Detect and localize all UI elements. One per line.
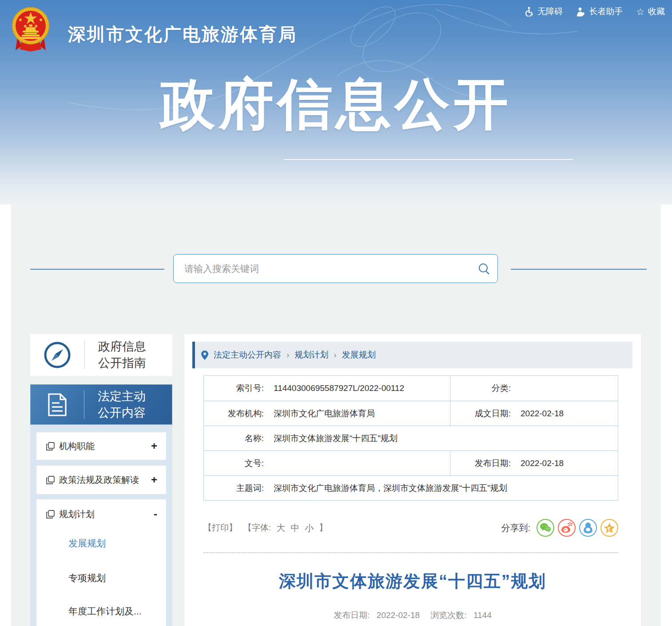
- gov-info-disclosure-page: { "header": { "site_name": "深圳市文化广电旅游体育局…: [0, 0, 672, 626]
- menu-item-label: 机构职能: [59, 440, 151, 452]
- category-label: 分类:: [450, 383, 511, 394]
- publish-date-label: 发布日期:: [450, 458, 511, 469]
- menu-item-label: 规划计划: [59, 508, 154, 520]
- breadcrumb-item-development-plan[interactable]: 发展规划: [342, 349, 376, 361]
- article-meta: 发布日期: 2022-02-18 浏览次数: 1144: [184, 610, 641, 621]
- written-date-value: 2022-02-18: [521, 409, 564, 419]
- table-row: 名称: 深圳市文体旅游发展“十四五”规划: [204, 426, 618, 451]
- publish-date-meta-value: 2022-02-18: [377, 610, 420, 620]
- active-card-line2: 公开内容: [98, 406, 146, 419]
- search-button[interactable]: [471, 255, 497, 283]
- index-number-label: 索引号:: [204, 383, 264, 394]
- banner-title: 政府信息公开: [0, 72, 672, 136]
- doc-name-label: 名称:: [204, 433, 264, 444]
- elder-helper-link[interactable]: 长者助手: [576, 6, 623, 17]
- expand-plus-icon[interactable]: +: [151, 440, 157, 452]
- submenu-item-development-plan[interactable]: 发展规划: [68, 537, 106, 550]
- menu-item-agency-functions[interactable]: 机构职能 +: [36, 432, 166, 460]
- banner-divider: [284, 159, 573, 160]
- font-size-prefix: 【字体:: [243, 522, 271, 534]
- font-size-large[interactable]: 大: [276, 522, 285, 534]
- site-name: 深圳市文化广电旅游体育局: [68, 22, 297, 47]
- table-row: 文号: 发布日期: 2022-02-18: [204, 451, 618, 475]
- share-qq-button[interactable]: [579, 519, 597, 537]
- menu-item-planning: 规划计划 - 发展规划 专项规划 年度工作计划及...: [36, 499, 166, 626]
- favorite-label: 收藏: [648, 6, 665, 17]
- accessibility-label: 无障碍: [537, 6, 563, 17]
- doc-name-value: 深圳市文体旅游发展“十四五”规划: [274, 433, 398, 444]
- quick-links: 无障碍 长者助手 ☆ 收藏: [525, 6, 665, 17]
- font-size-small[interactable]: 小: [305, 522, 314, 534]
- doc-number-label: 文号:: [204, 458, 264, 469]
- publish-date-meta-label: 发布日期:: [334, 610, 370, 620]
- guide-card-line2: 公开指南: [98, 356, 146, 370]
- national-emblem-logo: [11, 6, 50, 52]
- share-wechat-button[interactable]: [537, 519, 554, 537]
- card-divider: [84, 391, 84, 419]
- sidebar-active-card[interactable]: 法定主动 公开内容: [30, 384, 172, 425]
- breadcrumb-separator: ›: [334, 350, 336, 360]
- pages-icon: [46, 442, 55, 451]
- banner: 深圳市文化广电旅游体育局 无障碍 长者助手 ☆ 收藏 政府信息公开: [0, 0, 672, 204]
- views-value: 1144: [473, 610, 492, 620]
- menu-item-planning-row[interactable]: 规划计划 -: [36, 499, 166, 529]
- table-row: 发布机构: 深圳市文化广电旅游体育局 成文日期: 2022-02-18: [204, 401, 618, 426]
- search-decorative-line-right: [511, 269, 647, 270]
- submenu-item-special-plan[interactable]: 专项规划: [68, 572, 106, 584]
- collapse-minus-icon[interactable]: -: [154, 508, 157, 520]
- guide-card-label: 政府信息 公开指南: [98, 339, 146, 371]
- share-label: 分享到:: [501, 522, 530, 534]
- location-pin-icon: [201, 351, 208, 360]
- search-box: [173, 254, 498, 283]
- guide-card-line1: 政府信息: [98, 340, 146, 353]
- active-card-label: 法定主动 公开内容: [98, 388, 146, 421]
- document-icon: [46, 392, 68, 417]
- views-label: 浏览次数:: [430, 610, 466, 620]
- font-size-controls: 【字体: 大 中 小 】: [243, 522, 327, 534]
- dotted-divider: [203, 552, 618, 553]
- keywords-label: 主题词:: [204, 482, 264, 494]
- share-qzone-button[interactable]: [600, 519, 618, 537]
- written-date-label: 成文日期:: [450, 408, 511, 419]
- active-card-line1: 法定主动: [98, 390, 146, 403]
- weibo-icon: [561, 522, 573, 533]
- font-size-suffix: 】: [319, 522, 327, 534]
- article-title: 深圳市文体旅游发展“十四五”规划: [184, 570, 641, 593]
- menu-item-policies[interactable]: 政策法规及政策解读 +: [36, 466, 166, 494]
- accessibility-link[interactable]: 无障碍: [525, 6, 563, 17]
- expand-plus-icon[interactable]: +: [151, 474, 157, 486]
- print-button[interactable]: 【打印】: [203, 522, 237, 534]
- sidebar-guide-card[interactable]: 政府信息 公开指南: [30, 334, 172, 376]
- breadcrumb: 法定主动公开内容 › 规划计划 › 发展规划: [192, 342, 632, 368]
- publisher-label: 发布机构:: [204, 408, 264, 419]
- font-size-medium[interactable]: 中: [290, 522, 299, 534]
- pages-icon: [46, 510, 55, 518]
- star-icon: ☆: [636, 7, 644, 16]
- article-toolbar: 【打印】 【字体: 大 中 小 】 分享到:: [203, 518, 618, 538]
- qq-penguin-icon: [583, 522, 593, 534]
- breadcrumb-item-legal-disclosure[interactable]: 法定主动公开内容: [214, 349, 281, 361]
- table-row: 主题词: 深圳市文化广电旅游体育局，深圳市文体旅游发展“十四五”规划: [204, 475, 618, 500]
- breadcrumb-item-planning[interactable]: 规划计划: [294, 349, 328, 361]
- search-input[interactable]: [174, 263, 471, 274]
- submenu-item-annual-work-plan[interactable]: 年度工作计划及...: [68, 605, 142, 618]
- favorite-link[interactable]: ☆ 收藏: [636, 6, 665, 17]
- wheelchair-icon: [525, 7, 534, 16]
- keywords-value: 深圳市文化广电旅游体育局，深圳市文体旅游发展“十四五”规划: [274, 482, 507, 494]
- compass-icon: [44, 341, 71, 369]
- publish-date-value: 2022-02-18: [521, 459, 564, 468]
- document-info-table: 索引号: 11440300695587927L/2022-00112 分类: 发…: [203, 375, 618, 501]
- table-row: 索引号: 11440300695587927L/2022-00112 分类:: [204, 376, 618, 401]
- card-divider: [84, 341, 85, 369]
- qzone-star-icon: [604, 522, 615, 534]
- breadcrumb-separator: ›: [286, 350, 289, 360]
- sidebar-menu: 机构职能 + 政策法规及政策解读 + 规划计划 - 发展规划 专项规划 年度工作…: [30, 425, 172, 626]
- menu-item-label: 政策法规及政策解读: [59, 474, 151, 486]
- share-group: 分享到:: [501, 519, 618, 537]
- wechat-icon: [540, 523, 551, 533]
- share-weibo-button[interactable]: [558, 519, 576, 537]
- pages-icon: [46, 476, 55, 484]
- search-icon: [477, 262, 491, 275]
- elder-helper-label: 长者助手: [589, 6, 623, 17]
- elder-person-icon: [576, 7, 585, 16]
